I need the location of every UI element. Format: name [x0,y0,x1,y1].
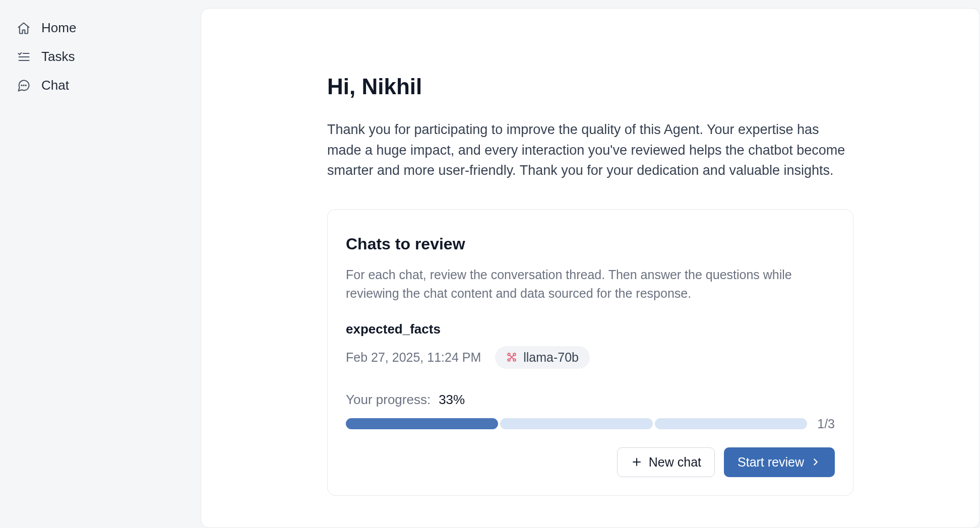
progress-text-row: Your progress: 33% [346,392,835,408]
progress-segment [655,418,807,429]
progress-bar-row: 1/3 [346,417,835,431]
intro-paragraph: Thank you for participating to improve t… [327,119,853,181]
start-review-button[interactable]: Start review [724,447,835,477]
review-item-name: expected_facts [346,321,835,337]
progress-bar [346,418,807,429]
sidebar-item-label: Home [41,20,76,36]
sidebar-item-label: Tasks [41,49,75,64]
model-label: llama-70b [523,350,579,365]
tasks-icon [16,49,31,64]
actions-row: New chat Start review [346,447,835,477]
timestamp: Feb 27, 2025, 11:24 PM [346,350,481,365]
progress-label: Your progress: [346,392,431,408]
meta-row: Feb 27, 2025, 11:24 PM llama-70b [346,346,835,369]
sidebar-item-tasks[interactable]: Tasks [12,44,189,70]
progress-segment [500,418,652,429]
svg-point-4 [23,85,24,85]
page-greeting: Hi, Nikhil [327,74,853,99]
card-title: Chats to review [346,235,835,253]
progress-segment [346,418,498,429]
progress-count: 1/3 [817,417,835,431]
plus-icon [631,456,643,468]
sidebar-item-home[interactable]: Home [12,15,189,41]
new-chat-button[interactable]: New chat [617,447,715,477]
new-chat-label: New chat [649,455,701,470]
review-card: Chats to review For each chat, review th… [327,209,853,496]
progress-percent: 33% [439,392,465,408]
sidebar: Home Tasks Chat [0,0,201,528]
model-icon [506,352,517,363]
home-icon [16,21,31,36]
chevron-right-icon [810,456,821,468]
sidebar-item-chat[interactable]: Chat [12,73,189,98]
start-review-label: Start review [738,455,804,470]
card-subtitle: For each chat, review the conversation t… [346,266,835,303]
model-badge: llama-70b [495,346,590,369]
chat-icon [16,78,31,93]
main-panel: Hi, Nikhil Thank you for participating t… [201,8,980,528]
sidebar-item-label: Chat [41,78,69,93]
svg-point-5 [25,85,26,85]
svg-point-3 [21,85,22,85]
